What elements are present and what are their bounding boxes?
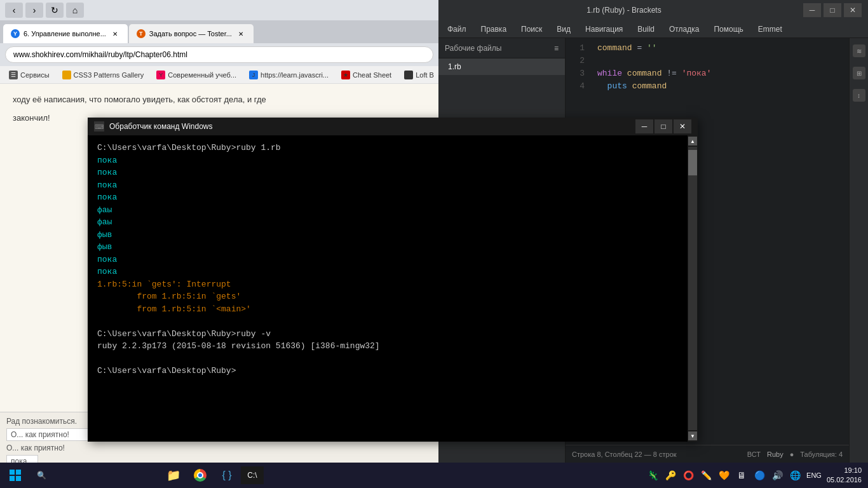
status-position: Строка 8, Столбец 22 — 8 строк <box>572 451 677 458</box>
editor-minimize-button[interactable]: ─ <box>803 3 821 17</box>
sidebar-collapse-button[interactable]: ≡ <box>554 44 559 53</box>
cmd-close-button[interactable]: ✕ <box>674 119 691 133</box>
cmd-line-blank-1 <box>97 315 678 328</box>
tray-icon-2[interactable]: 🔑 <box>664 469 677 482</box>
start-button[interactable] <box>0 463 31 488</box>
menu-help[interactable]: Помощь <box>711 25 745 34</box>
bottom-item-3: О... как приятно! <box>6 442 432 454</box>
menu-debug[interactable]: Отладка <box>667 25 702 34</box>
cmd-scrollbar[interactable]: ▲ ▼ <box>688 135 698 442</box>
taskbar-cmd[interactable]: C:\ <box>241 466 264 484</box>
right-bar-icon-2[interactable]: ⊞ <box>853 67 865 79</box>
tab-active[interactable]: Y 6. Управление выполне... ✕ <box>3 24 128 43</box>
network-icon[interactable]: 🌐 <box>789 469 801 482</box>
menu-view[interactable]: Вид <box>554 25 573 34</box>
line-num-3: 3 <box>566 69 591 81</box>
browser-title-bar: ‹ › ↻ ⌂ <box>0 0 438 20</box>
cmd-line-14: from 1.rb:5:in `<main>' <box>97 303 678 316</box>
taskbar-lang[interactable]: ENG <box>806 471 822 479</box>
status-dot: ● <box>790 451 794 458</box>
tray-icon-1[interactable]: 🦎 <box>646 469 659 482</box>
taskbar-search-area[interactable]: 🔍 <box>31 463 158 488</box>
home-button[interactable]: ⌂ <box>66 3 84 18</box>
date-display: 05.02.2016 <box>827 475 862 485</box>
browser-nav-buttons: ‹ › ↻ ⌂ <box>5 3 84 18</box>
time-display: 19:10 <box>827 466 862 475</box>
menu-file[interactable]: Файл <box>445 25 469 34</box>
menu-navigate[interactable]: Навигация <box>583 25 625 34</box>
status-language[interactable]: Ruby <box>767 451 783 458</box>
cmd-title-text: Обработчик команд Windows <box>109 122 630 131</box>
cmd-body: C:\Users\varfa\Desktop\Ruby>ruby 1.rb по… <box>88 135 698 442</box>
menu-search[interactable]: Поиск <box>519 25 545 34</box>
svg-rect-0 <box>10 470 15 475</box>
menu-edit[interactable]: Правка <box>478 25 510 34</box>
svg-rect-2 <box>10 476 15 481</box>
tray-icon-7[interactable]: 🔵 <box>753 469 766 482</box>
cmd-line-10: пока <box>97 254 678 266</box>
tray-icon-5[interactable]: 🧡 <box>717 469 730 482</box>
browser-tabs-bar: Y 6. Управление выполне... ✕ T Задать во… <box>0 20 438 43</box>
taskbar-brackets[interactable]: { } <box>214 463 240 488</box>
cmd-line-8: фыв <box>97 229 678 241</box>
back-button[interactable]: ‹ <box>5 3 23 18</box>
sidebar-title: Рабочие файлы <box>445 44 501 53</box>
right-bar-icon-1[interactable]: ≋ <box>853 44 865 57</box>
volume-icon[interactable]: 🔊 <box>771 469 783 482</box>
status-right: ВСТ Ruby ● Табуляция: 4 <box>747 451 843 458</box>
cmd-restore-button[interactable]: □ <box>654 119 672 133</box>
right-bar-icon-3[interactable]: ↕ <box>853 89 865 102</box>
code-line-1: command = '' <box>597 43 843 56</box>
cmd-window: ⌨ Обработчик команд Windows ─ □ ✕ C:\Use… <box>88 118 698 442</box>
tab-label-1: 6. Управление выполне... <box>24 30 106 37</box>
sidebar-file-1[interactable]: 1.rb <box>438 58 565 75</box>
refresh-button[interactable]: ↻ <box>46 3 64 18</box>
cmd-line-9: фыв <box>97 241 678 254</box>
address-input[interactable] <box>5 46 433 63</box>
bookmark-services[interactable]: ☰ Сервисы <box>5 69 53 81</box>
editor-restore-button[interactable]: □ <box>824 3 841 17</box>
tab-icon-2: T <box>137 29 146 38</box>
tab-2[interactable]: T Задать вопрос — Toster... ✕ <box>129 24 254 43</box>
editor-status-bar: Строка 8, Столбец 22 — 8 строк ВСТ Ruby … <box>566 445 849 463</box>
cmd-scroll-up[interactable]: ▲ <box>688 137 697 146</box>
cmd-scroll-track <box>688 147 697 430</box>
bookmark-learn[interactable]: J https://learn.javascri... <box>245 69 332 81</box>
editor-menu-bar: Файл Правка Поиск Вид Навигация Build От… <box>438 20 868 38</box>
cmd-line-5: пока <box>97 191 678 204</box>
tray-icon-4[interactable]: ✏️ <box>700 469 712 482</box>
bookmark-modern[interactable]: Y Современный учеб... <box>153 69 240 81</box>
taskbar-explorer[interactable]: 📁 <box>161 463 186 488</box>
cmd-content[interactable]: C:\Users\varfa\Desktop\Ruby>ruby 1.rb по… <box>88 135 688 442</box>
cmd-line-3: пока <box>97 166 678 179</box>
code-line-3: while command != 'пока' <box>597 69 843 81</box>
bookmark-cheatsheet[interactable]: ★ Cheat Sheet <box>337 69 395 81</box>
cmd-scroll-down[interactable]: ▼ <box>688 431 697 440</box>
cmd-minimize-button[interactable]: ─ <box>635 119 653 133</box>
code-line-2 <box>597 56 843 69</box>
bookmark-icon-1: ☰ <box>9 71 18 79</box>
bookmark-icon-5: ★ <box>341 71 350 79</box>
menu-build[interactable]: Build <box>635 25 657 34</box>
taskbar-chrome[interactable] <box>187 463 213 488</box>
bookmark-loft[interactable]: L Loft B <box>400 69 438 81</box>
cmd-scroll-thumb[interactable] <box>688 150 697 175</box>
bookmarks-bar: ☰ Сервисы CSS3 Patterns Gallery Y Соврем… <box>0 66 438 84</box>
forward-button[interactable]: › <box>25 3 43 18</box>
bookmark-css3[interactable]: CSS3 Patterns Gallery <box>58 69 148 81</box>
tab-close-1[interactable]: ✕ <box>110 29 120 39</box>
cmd-line-11: пока <box>97 266 678 278</box>
cmd-line-blank-2 <box>97 353 678 365</box>
menu-emmet[interactable]: Emmet <box>756 25 785 34</box>
cmd-line-17: C:\Users\varfa\Desktop\Ruby> <box>97 365 678 377</box>
tab-label-2: Задать вопрос — Toster... <box>149 30 232 37</box>
cmd-window-buttons: ─ □ ✕ <box>635 119 691 133</box>
tray-icon-6[interactable]: 🖥 <box>735 469 748 482</box>
line-num-4: 4 <box>566 81 591 94</box>
cmd-icon: ⌨ <box>94 121 104 132</box>
tray-icon-3[interactable]: ⭕ <box>682 469 695 482</box>
cmd-line-15: C:\Users\varfa\Desktop\Ruby>ruby -v <box>97 328 678 341</box>
windows-logo <box>9 469 22 482</box>
tab-close-2[interactable]: ✕ <box>236 29 246 39</box>
editor-close-button[interactable]: ✕ <box>844 3 862 17</box>
